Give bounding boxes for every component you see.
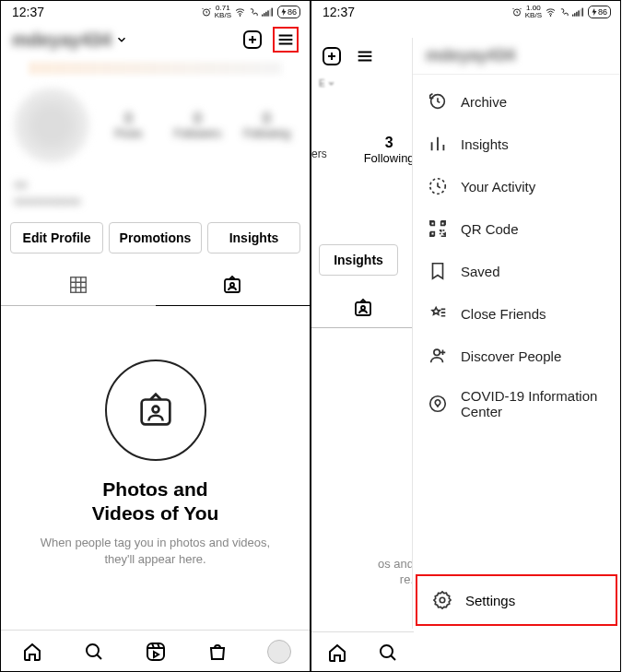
chevron-down-icon: [327, 79, 335, 88]
tab-tagged[interactable]: [311, 288, 414, 328]
empty-icon: [105, 360, 206, 461]
status-time: 12:37: [12, 5, 44, 19]
grid-icon: [68, 275, 88, 295]
insights-icon: [428, 134, 448, 154]
menu-button[interactable]: [273, 27, 299, 53]
profile-button-row: Insights: [311, 244, 414, 276]
nav-home[interactable]: [1, 640, 63, 664]
create-button[interactable]: [319, 43, 345, 69]
screen-right: 12:37 1.00KB/S 86 E ers 3Following Insig…: [311, 0, 621, 672]
svg-rect-20: [576, 11, 577, 16]
profile-stats-row: 0Posts 0Followers 0Following: [1, 80, 310, 171]
svg-point-32: [440, 597, 445, 603]
svg-rect-7: [271, 7, 272, 16]
create-button[interactable]: [240, 27, 265, 53]
alarm-icon: [201, 6, 212, 18]
stat-followers[interactable]: 0Followers: [168, 111, 228, 140]
status-time: 12:37: [323, 5, 355, 19]
bottom-nav: [1, 630, 310, 671]
profile-avatar-icon: [267, 640, 291, 664]
svg-rect-10: [225, 279, 240, 292]
drawer-item-saved[interactable]: Saved: [413, 250, 620, 292]
battery-icon: 86: [277, 6, 300, 18]
drawer-item-close-friends[interactable]: Close Friends: [413, 292, 620, 335]
search-icon: [83, 641, 105, 663]
stat-posts[interactable]: 0Posts: [99, 111, 158, 140]
battery-icon: 86: [588, 6, 611, 18]
search-icon: [377, 642, 399, 664]
stat-following[interactable]: 3Following: [327, 88, 415, 165]
nav-home[interactable]: [311, 642, 363, 664]
drawer-item-discover[interactable]: Discover People: [413, 335, 620, 377]
svg-rect-4: [265, 11, 266, 16]
status-right: 1.00KB/S 86: [511, 5, 611, 19]
svg-rect-2: [262, 14, 263, 16]
menu-button[interactable]: [352, 43, 378, 69]
svg-rect-15: [147, 643, 164, 660]
discover-icon: [428, 346, 448, 366]
status-right: 0.71KB/S 86: [201, 5, 300, 19]
svg-rect-5: [267, 10, 268, 16]
home-icon: [326, 642, 348, 664]
side-drawer: mdeyay434 Archive Insights Your Activity…: [412, 38, 620, 629]
svg-rect-19: [574, 13, 575, 17]
svg-point-17: [550, 16, 551, 17]
covid-icon: [428, 394, 448, 414]
svg-rect-18: [572, 14, 573, 16]
volte-icon: [249, 7, 259, 18]
nav-reels[interactable]: [124, 640, 186, 664]
drawer-items: Archive Insights Your Activity QR Code S…: [413, 75, 620, 574]
drawer-item-covid[interactable]: COVID-19 Information Center: [413, 377, 620, 430]
svg-rect-23: [581, 7, 582, 16]
status-kbs: 0.71KB/S: [215, 5, 231, 19]
wifi-icon: [545, 6, 557, 18]
svg-point-30: [434, 349, 440, 355]
drawer-item-qr[interactable]: QR Code: [413, 207, 620, 250]
tab-grid[interactable]: [1, 265, 156, 305]
stat-followers-partial[interactable]: ers: [311, 88, 327, 165]
status-kbs: 1.00KB/S: [525, 5, 542, 19]
stat-following[interactable]: 0Following: [237, 111, 297, 140]
status-bar: 12:37 1.00KB/S 86: [311, 1, 620, 21]
volte-icon: [559, 7, 569, 18]
svg-point-26: [361, 306, 365, 310]
svg-rect-21: [578, 10, 579, 16]
drawer-item-activity[interactable]: Your Activity: [413, 165, 620, 207]
qr-icon: [428, 218, 448, 239]
svg-point-31: [430, 396, 446, 412]
nav-search[interactable]: [363, 642, 415, 664]
drawer-item-archive[interactable]: Archive: [413, 80, 620, 123]
edit-profile-button[interactable]: Edit Profile: [10, 222, 103, 253]
screen-left: 12:37 0.71KB/S 86 mdeyay434 0Posts 0Foll…: [0, 0, 311, 672]
account-mini[interactable]: E: [311, 78, 414, 88]
profile-button-row: Edit Profile Promotions Insights: [1, 222, 310, 265]
username-dropdown[interactable]: mdeyay434: [12, 29, 128, 51]
settings-icon: [432, 590, 452, 610]
tab-tagged[interactable]: [156, 265, 311, 306]
insights-button[interactable]: Insights: [207, 222, 300, 253]
status-bar: 12:37 0.71KB/S 86: [1, 1, 310, 21]
banner-blur: [29, 62, 282, 75]
avatar[interactable]: [14, 88, 89, 163]
tagged-icon: [352, 297, 374, 319]
drawer-item-settings[interactable]: Settings: [416, 574, 617, 626]
nav-shop[interactable]: [186, 640, 248, 664]
empty-subtitle-partial: os and re.: [311, 328, 414, 586]
profile-header: mdeyay434: [1, 21, 310, 62]
signal-icon: [262, 7, 275, 18]
drawer-item-insights[interactable]: Insights: [413, 123, 620, 165]
svg-rect-3: [264, 13, 264, 17]
svg-point-1: [240, 16, 241, 17]
close-friends-icon: [428, 303, 448, 324]
nav-profile[interactable]: [248, 640, 310, 664]
svg-point-13: [152, 407, 158, 413]
insights-button[interactable]: Insights: [319, 244, 398, 276]
shop-icon: [206, 641, 229, 663]
alarm-icon: [511, 6, 522, 18]
screen-right-background: E ers 3Following Insights os and re.: [311, 38, 414, 671]
promotions-button[interactable]: Promotions: [109, 222, 202, 253]
bio-blur: aaaaaaaaaaaa: [14, 176, 297, 209]
nav-search[interactable]: [63, 640, 124, 664]
svg-rect-6: [269, 9, 270, 17]
tagged-icon: [221, 274, 243, 296]
